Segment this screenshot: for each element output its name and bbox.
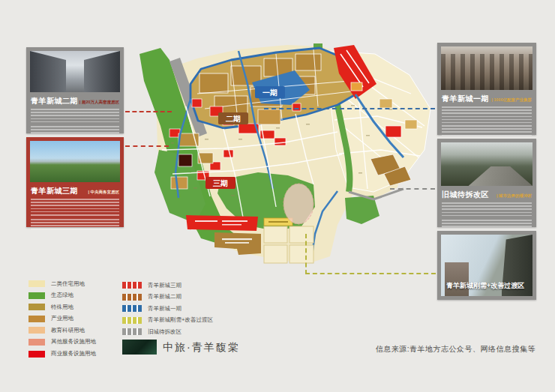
legend-swatch bbox=[28, 351, 45, 358]
legend-label: 青羊新城三期 bbox=[148, 282, 182, 289]
legend-label: 商业服务设施用地 bbox=[51, 350, 96, 358]
card-phase1-photo bbox=[441, 46, 532, 90]
legend-swatch bbox=[122, 294, 142, 301]
legend-swatch bbox=[28, 280, 45, 287]
card-phase3-subtitle: | 中央商务宜居区 bbox=[88, 190, 119, 195]
card-phase1-bodytext2 bbox=[442, 125, 532, 136]
legend-row: 其他服务设施用地 bbox=[28, 339, 96, 346]
building-silhouette bbox=[84, 51, 120, 92]
card-phase1-bodytext bbox=[442, 106, 532, 123]
card-phase3-title: 青羊新城三期 bbox=[31, 186, 78, 196]
card-oldtown-photo bbox=[441, 142, 532, 186]
connector-transition-v bbox=[305, 234, 307, 274]
legend-swatch bbox=[28, 292, 45, 299]
card-oldtown-title: 旧城待拆改区 bbox=[442, 190, 489, 200]
card-phase2: 青羊新城二期 | 超20万人高密度居区 bbox=[26, 47, 124, 133]
legend-row: 青羊新城三期 bbox=[122, 282, 213, 289]
legend-label: 特殊用地 bbox=[51, 304, 74, 311]
legend-swatch bbox=[122, 328, 142, 335]
legend-landuse: 二类住宅用地生态绿地特殊用地产业用地教育科研用地其他服务设施用地商业服务设施用地 bbox=[28, 280, 96, 362]
street-road bbox=[469, 166, 532, 186]
connector-phase2 bbox=[125, 111, 172, 112]
card-transition-title: 青羊新城刚需+改善过渡区 bbox=[446, 281, 524, 291]
legend-label: 产业用地 bbox=[51, 315, 74, 322]
connector-oldtown bbox=[390, 188, 435, 190]
south-brown-block bbox=[214, 232, 261, 255]
card-oldtown: 旧城待拆改区 | 城市边界的缓冲村 bbox=[437, 139, 536, 227]
card-phase3-photo bbox=[30, 141, 120, 182]
connector-transition-h bbox=[305, 273, 436, 274]
legend-row: 生态绿地 bbox=[28, 292, 96, 299]
legend-swatch bbox=[122, 317, 142, 324]
card-phase3-bodytext bbox=[31, 199, 119, 217]
legend-swatch bbox=[122, 305, 142, 312]
card-phase2-bodytext bbox=[31, 109, 119, 124]
card-phase2-bodytext2 bbox=[31, 126, 119, 135]
card-phase1-title: 青羊新城一期 bbox=[442, 94, 489, 104]
legend-zones: 青羊新城三期青羊新城二期青羊新城一期青羊新城刚需+改善过渡区旧城待拆改区 bbox=[122, 282, 213, 340]
card-phase3-bodytext2 bbox=[31, 219, 119, 231]
legend-swatch bbox=[122, 282, 142, 289]
card-transition-photo: 青羊新城刚需+改善过渡区 bbox=[441, 235, 532, 296]
connector-phase3 bbox=[125, 145, 169, 147]
legend-label: 教育科研用地 bbox=[51, 327, 85, 334]
legend-row: 教育科研用地 bbox=[28, 327, 96, 334]
poster: 一期 二期 三期 青羊新城二期 | 超20万人高密度居区 青羊新城三期 | 中央… bbox=[0, 0, 555, 392]
legend-label: 青羊新城刚需+改善过渡区 bbox=[148, 316, 213, 324]
brand-name: 中旅·青羊馥棠 bbox=[163, 341, 240, 355]
connector-phase1 bbox=[264, 108, 435, 109]
card-oldtown-bodytext bbox=[442, 202, 532, 217]
phase2-label: 二期 bbox=[226, 115, 241, 123]
old-town-circle bbox=[284, 184, 314, 224]
legend-label: 青羊新城二期 bbox=[148, 293, 182, 301]
legend-row: 产业用地 bbox=[28, 316, 96, 322]
legend-row: 旧城待拆改区 bbox=[122, 328, 213, 335]
building-silhouette bbox=[445, 262, 469, 296]
legend-row: 二类住宅用地 bbox=[28, 280, 96, 287]
legend-swatch bbox=[28, 327, 45, 334]
planning-map: 一期 二期 三期 bbox=[126, 37, 441, 296]
card-phase2-photo bbox=[30, 51, 120, 92]
building-silhouette bbox=[30, 51, 66, 92]
legend-label: 生态绿地 bbox=[51, 292, 74, 299]
legend-row: 青羊新城二期 bbox=[122, 294, 213, 301]
card-transition: 青羊新城刚需+改善过渡区 bbox=[437, 231, 536, 300]
phase1-label: 一期 bbox=[262, 88, 278, 97]
legend-row: 商业服务设施用地 bbox=[28, 351, 96, 358]
legend-swatch bbox=[28, 316, 45, 322]
south-red-strip bbox=[186, 215, 258, 231]
yellow-badge-text-bar bbox=[268, 221, 288, 223]
phase3-label: 三期 bbox=[213, 179, 228, 187]
card-phase1: 青羊新城一期 | 1000亿配套产业集群 bbox=[437, 43, 536, 135]
card-oldtown-bodytext2 bbox=[442, 220, 532, 229]
legend-label: 青羊新城一期 bbox=[148, 305, 182, 313]
card-phase2-subtitle: | 超20万人高密度居区 bbox=[80, 100, 119, 105]
legend-swatch bbox=[28, 339, 45, 346]
building-silhouette bbox=[441, 54, 532, 90]
card-phase3: 青羊新城三期 | 中央商务宜居区 bbox=[26, 137, 124, 227]
legend-label: 二类住宅用地 bbox=[51, 280, 85, 288]
source-note: 信息来源:青羊地方志公众号、网络信息搜集等 bbox=[376, 344, 536, 355]
card-oldtown-subtitle: | 城市边界的缓冲村 bbox=[496, 193, 532, 199]
legend-row: 青羊新城一期 bbox=[122, 305, 213, 312]
legend-label: 旧城待拆改区 bbox=[148, 328, 182, 336]
brand-logo bbox=[122, 340, 157, 355]
legend-swatch bbox=[28, 304, 45, 310]
legend-label: 其他服务设施用地 bbox=[51, 338, 96, 346]
legend-row: 特殊用地 bbox=[28, 304, 96, 310]
card-phase1-subtitle: | 1000亿配套产业集群 bbox=[491, 97, 532, 103]
card-phase2-title: 青羊新城二期 bbox=[31, 96, 78, 106]
legend-row: 青羊新城刚需+改善过渡区 bbox=[122, 317, 213, 324]
